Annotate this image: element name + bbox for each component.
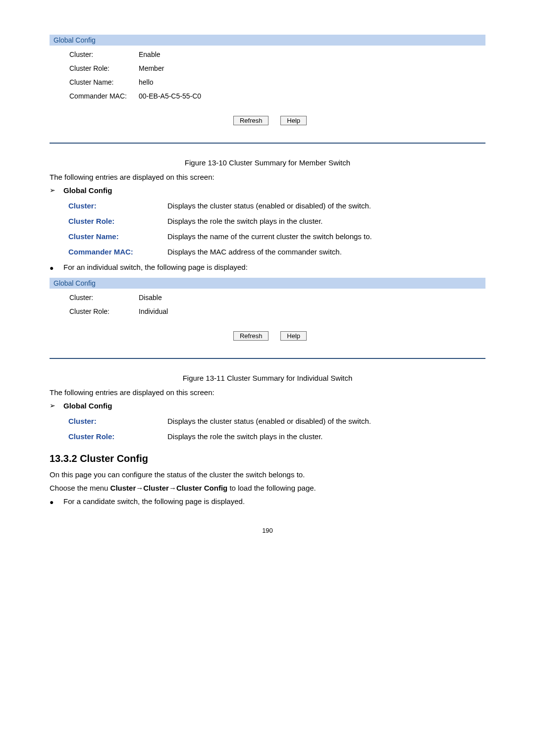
panel-header: Global Config: [50, 278, 485, 289]
button-row: Refresh Help: [69, 321, 471, 348]
cluster-role-value: Individual: [139, 307, 168, 315]
paragraph: On this page you can configure the statu…: [50, 470, 485, 479]
definition-row: Cluster Name: Displays the name of the c…: [68, 232, 485, 241]
bullet-icon: ●: [50, 497, 63, 507]
bullet-icon: ●: [50, 263, 63, 273]
cluster-label: Cluster:: [69, 50, 139, 58]
cluster-value: Enable: [139, 50, 160, 58]
intro-text: The following entries are displayed on t…: [50, 388, 485, 397]
cluster-role-label: Cluster Role:: [69, 64, 139, 72]
term-cluster-role: Cluster Role:: [68, 217, 167, 225]
config-row: Cluster: Enable: [69, 50, 471, 58]
desc-cluster: Displays the cluster status (enabled or …: [167, 202, 371, 210]
definition-row: Cluster Role: Displays the role the swit…: [68, 432, 485, 441]
config-row: Cluster: Disable: [69, 294, 471, 302]
global-config-panel-individual: Global Config Cluster: Disable Cluster R…: [50, 278, 485, 359]
commander-mac-label: Commander MAC:: [69, 92, 139, 100]
intro-text: The following entries are displayed on t…: [50, 173, 485, 181]
refresh-button[interactable]: Refresh: [233, 331, 269, 341]
cluster-value: Disable: [139, 294, 162, 302]
figure-caption: Figure 13-10 Cluster Summary for Member …: [50, 158, 485, 167]
panel-body: Cluster: Disable Cluster Role: Individua…: [50, 289, 485, 358]
menu-path-suffix: to load the following page.: [227, 484, 316, 492]
menu-path-bold: Cluster→Cluster→Cluster Config: [110, 484, 228, 492]
config-row: Cluster Role: Member: [69, 64, 471, 72]
help-button[interactable]: Help: [280, 331, 307, 341]
definition-row: Cluster: Displays the cluster status (en…: [68, 417, 485, 425]
arrow-icon: ➢: [50, 402, 63, 410]
panel-header: Global Config: [50, 35, 485, 46]
definition-row: Commander MAC: Displays the MAC address …: [68, 248, 485, 256]
cluster-name-value: hello: [139, 78, 154, 86]
commander-mac-value: 00-EB-A5-C5-55-C0: [139, 92, 201, 100]
section-heading-cluster-config: 13.3.2 Cluster Config: [50, 453, 485, 464]
definition-list: Cluster: Displays the cluster status (en…: [50, 202, 485, 256]
global-config-panel-member: Global Config Cluster: Enable Cluster Ro…: [50, 35, 485, 144]
panel-body: Cluster: Enable Cluster Role: Member Clu…: [50, 46, 485, 143]
section-title: Global Config: [63, 186, 112, 195]
cluster-name-label: Cluster Name:: [69, 78, 139, 86]
config-row: Cluster Name: hello: [69, 78, 471, 86]
config-row: Cluster Role: Individual: [69, 307, 471, 315]
term-cluster: Cluster:: [68, 202, 167, 210]
definition-row: Cluster: Displays the cluster status (en…: [68, 202, 485, 210]
page-number: 190: [50, 527, 485, 534]
figure-caption: Figure 13-11 Cluster Summary for Individ…: [50, 374, 485, 382]
section-heading: ➢ Global Config: [50, 186, 485, 195]
menu-path-prefix: Choose the menu: [50, 484, 110, 492]
button-row: Refresh Help: [69, 106, 471, 133]
desc-cluster-role: Displays the role the switch plays in th…: [167, 217, 322, 225]
cluster-label: Cluster:: [69, 294, 139, 302]
section-title: Global Config: [63, 402, 112, 410]
term-cluster-name: Cluster Name:: [68, 232, 167, 241]
definition-list: Cluster: Displays the cluster status (en…: [50, 417, 485, 441]
bullet-paragraph: ● For an individual switch, the followin…: [50, 263, 485, 273]
menu-path-paragraph: Choose the menu Cluster→Cluster→Cluster …: [50, 484, 485, 492]
desc-commander-mac: Displays the MAC address of the commande…: [167, 248, 342, 256]
cluster-role-value: Member: [139, 64, 164, 72]
desc-cluster: Displays the cluster status (enabled or …: [167, 417, 371, 425]
bullet-text: For an individual switch, the following …: [63, 263, 248, 273]
definition-row: Cluster Role: Displays the role the swit…: [68, 217, 485, 225]
bullet-paragraph: ● For a candidate switch, the following …: [50, 497, 485, 507]
bullet-text: For a candidate switch, the following pa…: [63, 497, 245, 507]
help-button[interactable]: Help: [280, 116, 307, 125]
term-cluster-role: Cluster Role:: [68, 432, 167, 441]
config-row: Commander MAC: 00-EB-A5-C5-55-C0: [69, 92, 471, 100]
desc-cluster-role: Displays the role the switch plays in th…: [167, 432, 322, 441]
refresh-button[interactable]: Refresh: [233, 116, 269, 125]
section-heading: ➢ Global Config: [50, 402, 485, 410]
term-commander-mac: Commander MAC:: [68, 248, 167, 256]
cluster-role-label: Cluster Role:: [69, 307, 139, 315]
desc-cluster-name: Displays the name of the current cluster…: [167, 232, 372, 241]
term-cluster: Cluster:: [68, 417, 167, 425]
arrow-icon: ➢: [50, 186, 63, 195]
